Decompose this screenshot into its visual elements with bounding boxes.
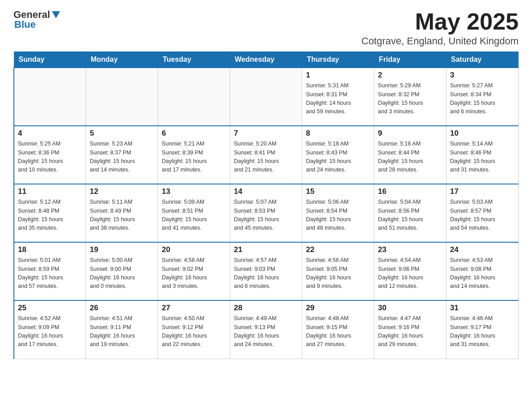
day-number: 8 [306,129,370,138]
day-number: 4 [18,129,82,138]
day-info: Sunrise: 5:25 AM Sunset: 8:36 PM Dayligh… [18,140,82,175]
day-number: 22 [306,245,370,254]
day-info: Sunrise: 5:07 AM Sunset: 8:53 PM Dayligh… [234,198,298,233]
calendar-day-cell: 3Sunrise: 5:27 AM Sunset: 8:34 PM Daylig… [446,68,519,126]
calendar-week-row: 4Sunrise: 5:25 AM Sunset: 8:36 PM Daylig… [14,126,519,184]
day-info: Sunrise: 5:16 AM Sunset: 8:44 PM Dayligh… [378,140,442,175]
day-info: Sunrise: 5:11 AM Sunset: 8:49 PM Dayligh… [90,198,154,233]
day-number: 29 [306,304,370,313]
calendar-day-header: Sunday [14,52,86,68]
calendar-day-cell: 4Sunrise: 5:25 AM Sunset: 8:36 PM Daylig… [14,126,86,184]
calendar-day-cell: 31Sunrise: 4:46 AM Sunset: 9:17 PM Dayli… [446,300,519,359]
day-number: 24 [450,245,515,254]
day-number: 30 [378,304,442,313]
day-info: Sunrise: 4:54 AM Sunset: 9:06 PM Dayligh… [378,256,442,291]
day-number: 12 [90,187,154,196]
day-info: Sunrise: 5:00 AM Sunset: 9:00 PM Dayligh… [90,256,154,291]
day-info: Sunrise: 5:09 AM Sunset: 8:51 PM Dayligh… [162,198,226,233]
day-number: 16 [378,187,442,196]
calendar-day-cell: 28Sunrise: 4:49 AM Sunset: 9:13 PM Dayli… [230,300,302,359]
day-info: Sunrise: 5:27 AM Sunset: 8:34 PM Dayligh… [450,81,515,116]
day-info: Sunrise: 4:57 AM Sunset: 9:03 PM Dayligh… [234,256,298,291]
day-number: 21 [234,245,298,254]
day-info: Sunrise: 5:01 AM Sunset: 8:59 PM Dayligh… [18,256,82,291]
calendar-day-cell: 27Sunrise: 4:50 AM Sunset: 9:12 PM Dayli… [158,300,230,359]
day-number: 28 [234,304,298,313]
logo: General Blue [13,9,61,30]
day-info: Sunrise: 4:48 AM Sunset: 9:15 PM Dayligh… [306,314,370,349]
day-info: Sunrise: 4:49 AM Sunset: 9:13 PM Dayligh… [234,314,298,349]
month-title: May 2025 [361,9,519,34]
calendar-day-cell: 7Sunrise: 5:20 AM Sunset: 8:41 PM Daylig… [230,126,302,184]
calendar-day-header: Wednesday [230,52,302,68]
calendar-week-row: 11Sunrise: 5:12 AM Sunset: 8:48 PM Dayli… [14,184,519,242]
day-info: Sunrise: 4:47 AM Sunset: 9:16 PM Dayligh… [378,314,442,349]
day-number: 9 [378,129,442,138]
calendar-table: SundayMondayTuesdayWednesdayThursdayFrid… [13,51,519,359]
calendar-day-cell: 9Sunrise: 5:16 AM Sunset: 8:44 PM Daylig… [374,126,446,184]
calendar-day-header: Monday [86,52,158,68]
day-info: Sunrise: 4:51 AM Sunset: 9:11 PM Dayligh… [90,314,154,349]
day-number: 11 [18,187,82,196]
day-info: Sunrise: 5:04 AM Sunset: 8:56 PM Dayligh… [378,198,442,233]
calendar-day-cell: 19Sunrise: 5:00 AM Sunset: 9:00 PM Dayli… [86,242,158,300]
calendar-day-cell: 14Sunrise: 5:07 AM Sunset: 8:53 PM Dayli… [230,184,302,242]
calendar-day-cell: 23Sunrise: 4:54 AM Sunset: 9:06 PM Dayli… [374,242,446,300]
day-info: Sunrise: 5:31 AM Sunset: 8:31 PM Dayligh… [306,81,370,116]
day-number: 31 [450,304,515,313]
calendar-day-cell: 20Sunrise: 4:58 AM Sunset: 9:02 PM Dayli… [158,242,230,300]
day-info: Sunrise: 5:29 AM Sunset: 8:32 PM Dayligh… [378,81,442,116]
title-section: May 2025 Cotgrave, England, United Kingd… [361,9,519,47]
day-number: 27 [162,304,226,313]
calendar-day-cell: 5Sunrise: 5:23 AM Sunset: 8:37 PM Daylig… [86,126,158,184]
calendar-day-header: Thursday [302,52,374,68]
calendar-day-cell: 1Sunrise: 5:31 AM Sunset: 8:31 PM Daylig… [302,68,374,126]
calendar-week-row: 1Sunrise: 5:31 AM Sunset: 8:31 PM Daylig… [14,68,519,126]
day-info: Sunrise: 4:46 AM Sunset: 9:17 PM Dayligh… [450,314,515,349]
day-number: 3 [450,71,515,80]
calendar-day-cell: 30Sunrise: 4:47 AM Sunset: 9:16 PM Dayli… [374,300,446,359]
calendar-day-cell [14,68,86,126]
day-number: 6 [162,129,226,138]
day-number: 5 [90,129,154,138]
calendar-day-cell [86,68,158,126]
day-number: 23 [378,245,442,254]
day-info: Sunrise: 4:58 AM Sunset: 9:02 PM Dayligh… [162,256,226,291]
day-number: 10 [450,129,515,138]
day-number: 13 [162,187,226,196]
calendar-day-header: Friday [374,52,446,68]
calendar-week-row: 25Sunrise: 4:52 AM Sunset: 9:09 PM Dayli… [14,300,519,359]
day-info: Sunrise: 5:21 AM Sunset: 8:39 PM Dayligh… [162,140,226,175]
day-number: 2 [378,71,442,80]
calendar-header-row: SundayMondayTuesdayWednesdayThursdayFrid… [14,52,519,68]
day-info: Sunrise: 5:03 AM Sunset: 8:57 PM Dayligh… [450,198,515,233]
calendar-day-cell: 17Sunrise: 5:03 AM Sunset: 8:57 PM Dayli… [446,184,519,242]
day-number: 1 [306,71,370,80]
day-number: 20 [162,245,226,254]
calendar-day-cell: 24Sunrise: 4:53 AM Sunset: 9:08 PM Dayli… [446,242,519,300]
calendar-day-cell: 8Sunrise: 5:18 AM Sunset: 8:43 PM Daylig… [302,126,374,184]
calendar-day-cell: 10Sunrise: 5:14 AM Sunset: 8:46 PM Dayli… [446,126,519,184]
calendar-day-cell: 18Sunrise: 5:01 AM Sunset: 8:59 PM Dayli… [14,242,86,300]
day-number: 25 [18,304,82,313]
day-info: Sunrise: 4:50 AM Sunset: 9:12 PM Dayligh… [162,314,226,349]
location-label: Cotgrave, England, United Kingdom [361,35,519,47]
day-info: Sunrise: 4:53 AM Sunset: 9:08 PM Dayligh… [450,256,515,291]
calendar-week-row: 18Sunrise: 5:01 AM Sunset: 8:59 PM Dayli… [14,242,519,300]
calendar-day-cell [158,68,230,126]
day-info: Sunrise: 5:23 AM Sunset: 8:37 PM Dayligh… [90,140,154,175]
calendar-day-cell: 25Sunrise: 4:52 AM Sunset: 9:09 PM Dayli… [14,300,86,359]
calendar-day-header: Saturday [446,52,519,68]
calendar-day-cell: 21Sunrise: 4:57 AM Sunset: 9:03 PM Dayli… [230,242,302,300]
day-number: 7 [234,129,298,138]
svg-marker-0 [52,11,60,18]
page-header: General Blue May 2025 Cotgrave, England,… [13,9,519,47]
day-info: Sunrise: 5:06 AM Sunset: 8:54 PM Dayligh… [306,198,370,233]
calendar-day-cell: 6Sunrise: 5:21 AM Sunset: 8:39 PM Daylig… [158,126,230,184]
calendar-day-cell: 13Sunrise: 5:09 AM Sunset: 8:51 PM Dayli… [158,184,230,242]
day-number: 19 [90,245,154,254]
day-info: Sunrise: 4:52 AM Sunset: 9:09 PM Dayligh… [18,314,82,349]
day-info: Sunrise: 5:12 AM Sunset: 8:48 PM Dayligh… [18,198,82,233]
day-info: Sunrise: 5:20 AM Sunset: 8:41 PM Dayligh… [234,140,298,175]
calendar-day-cell: 22Sunrise: 4:56 AM Sunset: 9:05 PM Dayli… [302,242,374,300]
